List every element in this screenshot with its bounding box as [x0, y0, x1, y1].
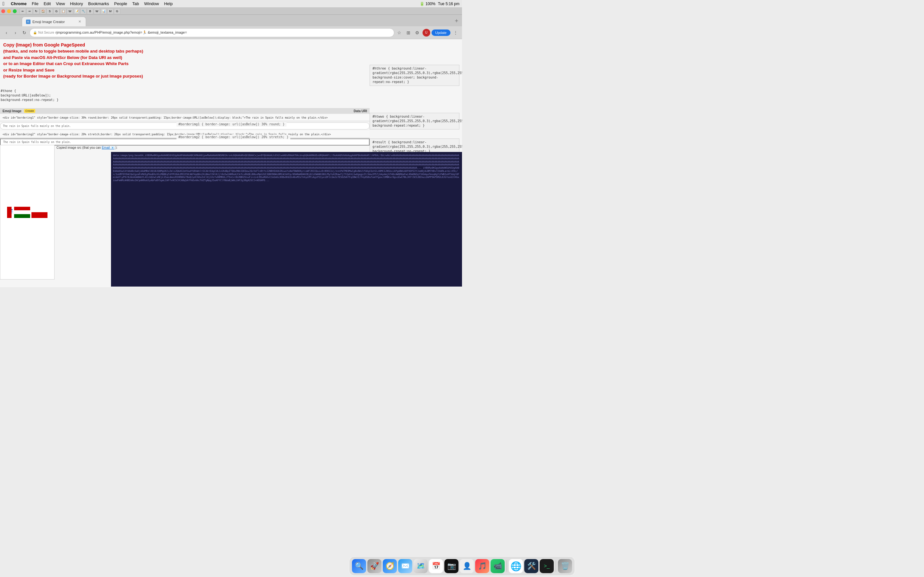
bottom-section: Copied image src (that you can Email 📧 )…: [0, 145, 462, 287]
traffic-lights: [1, 9, 17, 13]
toolbar-icon-3[interactable]: 🏠: [40, 8, 46, 14]
menu-help[interactable]: Help: [162, 1, 175, 6]
lock-icon: 🔒: [33, 31, 37, 34]
toolbar-icon-5[interactable]: G: [53, 8, 60, 14]
instructions-section: Copy (Image) from Google PageSpeed (than…: [0, 41, 146, 81]
copied-src-label: Copied image src (that you can Email 📧 )…: [57, 146, 118, 149]
browser-toolbar: ‹ › ↻ 🔒 Not Secure rjmprogramming.com.au…: [0, 26, 462, 39]
tab-bar: E Emoji Image Creator ✕ ＋: [0, 15, 462, 26]
instructions-line-3: or to an Image Editor that can Crop out …: [3, 61, 143, 67]
toolbar-actions: ☆ ⊞ ⚙ U Update ⋮: [396, 29, 459, 37]
extension-strip: ⇐ ⇒ ↻ 🏠 S G 📋 W 📝 🔧 B W 📊 M G: [0, 8, 462, 15]
not-secure-label: Not Secure: [38, 31, 54, 34]
css-snippet-tr: #hthree { background:linear-gradient(rgb…: [370, 65, 459, 86]
reader-mode-button[interactable]: ⊞: [405, 29, 412, 37]
toolbar-icon-6[interactable]: 📋: [60, 8, 66, 14]
toolbar-icon-reload[interactable]: ↻: [33, 8, 39, 14]
css-snippet-tl: #thone { background:URL([asBelow]); back…: [1, 89, 65, 102]
input-row-1[interactable]: <div id="bordering1" style="border-image…: [0, 114, 370, 121]
data-uri-text[interactable]: data:image/png;base64,iVBORw0KGgoAAAANSU…: [111, 152, 462, 287]
image-area: [0, 145, 55, 279]
new-tab-button[interactable]: ＋: [454, 17, 459, 24]
apple-menu[interactable]: : [3, 1, 5, 7]
email-link[interactable]: Email 📧: [102, 146, 115, 149]
tab-close-button[interactable]: ✕: [78, 19, 82, 24]
menu-file[interactable]: File: [29, 1, 41, 6]
instructions-line-1: (thanks, and note to toggle between mobi…: [3, 48, 143, 55]
toolbar-icon-9[interactable]: 🔧: [80, 8, 87, 14]
menu-chrome[interactable]: Chrome: [8, 1, 29, 6]
menu-bookmarks[interactable]: Bookmarks: [86, 1, 111, 6]
css-tr-text: #hthree { background:linear-gradient(rgb…: [373, 67, 462, 84]
instructions-title: Copy (Image) from Google PageSpeed: [3, 42, 143, 47]
toolbar-icon-2[interactable]: ⇒: [26, 8, 33, 14]
border-snippet-2-text: #borderimg2 { border-image: url([asBelow…: [178, 135, 288, 139]
menu-time: Tue 5:16 pm: [438, 2, 459, 6]
reload-button[interactable]: ↻: [21, 29, 28, 37]
extensions-button[interactable]: ⚙: [414, 29, 421, 37]
flag-poland: [31, 207, 47, 218]
instructions-line-5: (ready for Border Image or Background Im…: [3, 73, 143, 79]
menu-people[interactable]: People: [111, 1, 129, 6]
copied-src-text: Copied image src (that you can: [57, 146, 101, 149]
url-text: rjmprogramming.com.au/PHP/emoji_image.ph…: [55, 31, 391, 35]
menu-edit[interactable]: Edit: [41, 1, 53, 6]
close-button[interactable]: [1, 9, 5, 13]
toolbar-icon-1[interactable]: ⇐: [19, 8, 26, 14]
minimize-button[interactable]: [7, 9, 11, 13]
toolbar-icon-13[interactable]: M: [107, 8, 113, 14]
emoji-bar: Emoji Image Create Data URI: [0, 108, 370, 114]
menu-history[interactable]: History: [67, 1, 86, 6]
address-bar[interactable]: 🔒 Not Secure rjmprogramming.com.au/PHP/e…: [29, 28, 394, 37]
instructions-line-2: and Paste via macOS Alt-PrtScr Below (fo…: [3, 55, 143, 61]
bookmark-star-button[interactable]: ☆: [396, 29, 403, 37]
more-menu-button[interactable]: ⋮: [452, 29, 459, 37]
data-uri-label: Data URI: [354, 109, 367, 113]
colon-text: ):: [115, 146, 118, 149]
toolbar-icon-14[interactable]: G: [114, 8, 120, 14]
border-snippet-2: #borderimg2 { border-image: url([asBelow…: [176, 135, 290, 139]
toolbar-icon-7[interactable]: W: [67, 8, 73, 14]
menu-right: 🔋 100% Tue 5:16 pm: [420, 2, 459, 6]
flag-oman: [14, 207, 30, 218]
active-tab[interactable]: E Emoji Image Creator ✕: [22, 17, 86, 26]
tab-favicon: E: [26, 19, 31, 24]
border-snippet-1-text: #borderimg1 { border-image: url([asBelow…: [178, 122, 284, 126]
maximize-button[interactable]: [13, 9, 17, 13]
css-tr2-text: #htwwo { background:linear-gradient(rgba…: [373, 115, 462, 127]
instructions-line-4: or Resize Image and Save: [3, 67, 143, 73]
menu-battery: 🔋 100%: [420, 2, 435, 6]
toolbar-icon-4[interactable]: S: [47, 8, 53, 14]
update-button[interactable]: Update: [431, 29, 451, 36]
create-badge[interactable]: Create: [24, 109, 35, 113]
toolbar-icon-10[interactable]: B: [87, 8, 94, 14]
menu-view[interactable]: View: [53, 1, 67, 6]
tab-title: Emoji Image Creator: [32, 20, 75, 24]
menu-bar:  Chrome File Edit View History Bookmark…: [0, 0, 462, 8]
input-row-1-text: <div id="bordering1" style="border-image…: [3, 116, 328, 119]
border-demo-1-text: The rain in Spain falls mainly on the pl…: [3, 125, 71, 127]
toolbar-icon-11[interactable]: W: [94, 8, 100, 14]
forward-button[interactable]: ›: [11, 29, 19, 37]
page-content: Copy (Image) from Google PageSpeed (than…: [0, 39, 462, 287]
browser-chrome: ⇐ ⇒ ↻ 🏠 S G 📋 W 📝 🔧 B W 📊 M G E Emoji Im…: [0, 8, 462, 39]
menu-window[interactable]: Window: [142, 1, 162, 6]
border-snippet-1: #borderimg1 { border-image: url([asBelow…: [176, 122, 286, 127]
css-snippet-tr2: #htwwo { background:linear-gradient(rgba…: [370, 113, 459, 129]
menu-tab[interactable]: Tab: [129, 1, 142, 6]
emoji-bar-title: Emoji Image: [3, 109, 21, 113]
toolbar-icon-8[interactable]: 📝: [73, 8, 80, 14]
profile-avatar[interactable]: U: [423, 29, 430, 37]
css-tl-text: #thone { background:URL([asBelow]); back…: [1, 89, 59, 102]
border-demo-2-text: The rain in Spain falls mainly on the pl…: [3, 141, 71, 143]
data-uri-value: data:image/png;base64,iVBORw0KGgoAAAANSU…: [113, 154, 459, 169]
flag-container: [7, 207, 47, 218]
back-button[interactable]: ‹: [3, 29, 10, 37]
toolbar-icon-12[interactable]: 📊: [100, 8, 107, 14]
border-demo-2: The rain in Spain falls mainly on the pl…: [0, 139, 370, 145]
